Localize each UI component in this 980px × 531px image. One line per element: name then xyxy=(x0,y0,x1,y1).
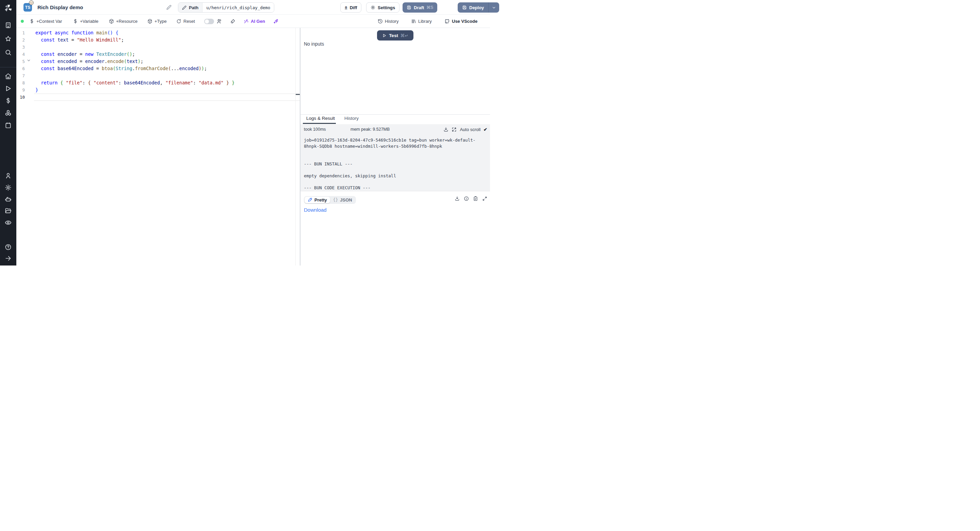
deploy-label: Deploy xyxy=(469,5,484,10)
use-vscode-button[interactable]: Use VScode xyxy=(444,15,477,27)
editor-toolbar: +Context Var +Variable +Resource +Type R… xyxy=(16,15,490,28)
autoscroll-label: Auto scroll xyxy=(460,127,480,132)
tab-logs-result[interactable]: Logs & Result xyxy=(306,116,335,121)
download-result-icon[interactable] xyxy=(455,196,460,201)
settings-gear-icon[interactable] xyxy=(5,184,11,191)
path-label: Path xyxy=(189,5,198,10)
duration-stat: took 100ms xyxy=(304,127,326,132)
json-view-button[interactable]: {} JSON xyxy=(330,197,355,203)
runs-play-icon[interactable] xyxy=(5,85,11,92)
overview-ruler-border xyxy=(295,28,296,266)
save-icon xyxy=(462,5,467,10)
use-vscode-label: Use VScode xyxy=(452,19,477,24)
add-variable-button[interactable]: +Variable xyxy=(73,15,98,27)
search-icon[interactable] xyxy=(5,49,11,56)
dollar-icon xyxy=(29,19,34,24)
windmill-logo-icon[interactable] xyxy=(3,3,13,13)
settings-button[interactable]: Settings xyxy=(366,2,399,13)
reset-button[interactable]: Reset xyxy=(176,15,195,27)
code-editor[interactable]: 12345678910 export async function main()… xyxy=(16,28,300,266)
add-resource-button[interactable]: +Resource xyxy=(109,15,137,27)
top-header: TS Rich Display demo Path u/henri/rich_d… xyxy=(16,0,490,14)
format-brush-button[interactable] xyxy=(230,15,235,27)
add-variable-label: +Variable xyxy=(80,19,98,24)
deploy-dropdown-button[interactable] xyxy=(488,2,490,13)
expand-sidebar-arrow-icon[interactable] xyxy=(5,255,11,262)
paintbrush-icon xyxy=(230,19,235,24)
users-person-icon[interactable] xyxy=(5,172,11,179)
status-dot xyxy=(21,20,24,23)
folders-icon[interactable] xyxy=(5,207,11,214)
library-button[interactable]: Library xyxy=(411,15,432,27)
copy-clipboard-icon[interactable] xyxy=(473,196,478,201)
save-icon xyxy=(407,5,411,10)
ai-toggle[interactable] xyxy=(204,19,214,24)
library-label: Library xyxy=(418,19,432,24)
refresh-icon xyxy=(176,19,181,24)
add-type-button[interactable]: +Type xyxy=(147,15,167,27)
user-voice-icon xyxy=(216,18,222,24)
add-context-var-label: +Context Var xyxy=(37,19,62,24)
code-lines: export async function main() { const tex… xyxy=(35,29,234,101)
download-logs-icon[interactable] xyxy=(443,127,449,132)
memory-stat: mem peak: 9.527MB xyxy=(350,127,390,132)
edit-title-pencil-icon[interactable] xyxy=(166,5,172,10)
history-clock-icon xyxy=(378,19,383,24)
line-number-gutter: 12345678910 xyxy=(16,29,25,101)
home-icon[interactable] xyxy=(5,73,11,80)
package-icon xyxy=(147,19,153,24)
ai-gen-button[interactable]: AI Gen xyxy=(243,15,265,27)
script-path-field[interactable]: Path u/henri/rich_display_demo xyxy=(178,2,274,13)
pretty-view-button[interactable]: Pretty xyxy=(305,197,330,203)
logs-container: took 100ms mem peak: 9.527MB Auto scroll… xyxy=(301,124,490,191)
maximize-result-icon[interactable] xyxy=(482,196,487,201)
audit-eye-icon[interactable] xyxy=(5,219,11,226)
path-pencil-icon xyxy=(182,5,186,10)
download-link[interactable]: Download xyxy=(304,207,327,213)
test-shortcut: ⌘↵ xyxy=(401,33,408,38)
resources-cubes-icon[interactable] xyxy=(5,110,11,116)
diff-button[interactable]: ± Diff xyxy=(340,2,361,13)
settings-label: Settings xyxy=(378,5,395,10)
panel-resize-divider[interactable] xyxy=(300,28,301,266)
json-label: JSON xyxy=(340,198,352,203)
help-icon[interactable] xyxy=(5,244,11,250)
test-button[interactable]: Test ⌘↵ xyxy=(377,30,414,40)
pretty-label: Pretty xyxy=(314,198,327,203)
result-view-switcher: Pretty {} JSON xyxy=(304,195,356,204)
add-resource-label: +Resource xyxy=(116,19,137,24)
deploy-button[interactable]: Deploy xyxy=(458,2,488,13)
play-icon xyxy=(382,33,387,38)
info-icon[interactable] xyxy=(464,196,469,201)
draft-label: Draft xyxy=(414,5,424,10)
add-type-label: +Type xyxy=(154,19,167,24)
autoscroll-checkmark[interactable]: ✔ xyxy=(484,127,487,132)
no-inputs-text: No inputs xyxy=(304,41,324,47)
gear-icon xyxy=(371,5,375,10)
schedules-calendar-icon[interactable] xyxy=(5,122,11,129)
draft-button[interactable]: Draft ⌘S xyxy=(402,2,437,13)
tab-history[interactable]: History xyxy=(344,116,359,121)
run-stats-row: took 100ms mem peak: 9.527MB Auto scroll… xyxy=(301,124,490,134)
bun-runtime-icon xyxy=(29,0,34,5)
result-actions xyxy=(455,196,487,201)
multiplayer-users-button[interactable] xyxy=(216,15,222,27)
add-context-var-button[interactable]: +Context Var xyxy=(29,15,62,27)
workspace-building-icon[interactable] xyxy=(5,22,11,29)
panel-horizontal-divider[interactable] xyxy=(301,114,490,115)
pen-nib-icon xyxy=(308,198,312,202)
ai-sparkles-button[interactable] xyxy=(273,15,279,27)
variables-dollar-icon[interactable] xyxy=(5,97,11,104)
toggle-knob xyxy=(205,19,209,24)
draft-shortcut: ⌘S xyxy=(426,5,433,10)
favorites-star-icon[interactable] xyxy=(5,35,11,42)
ai-gen-label: AI Gen xyxy=(251,19,265,24)
fold-chevron-icon[interactable] xyxy=(27,58,31,63)
expand-logs-icon[interactable] xyxy=(452,127,457,132)
history-button[interactable]: History xyxy=(378,15,398,27)
workers-robot-icon[interactable] xyxy=(5,196,11,203)
history-label: History xyxy=(385,19,398,24)
library-books-icon xyxy=(411,19,416,24)
left-sidebar xyxy=(0,0,16,266)
dollar-icon xyxy=(73,19,78,24)
